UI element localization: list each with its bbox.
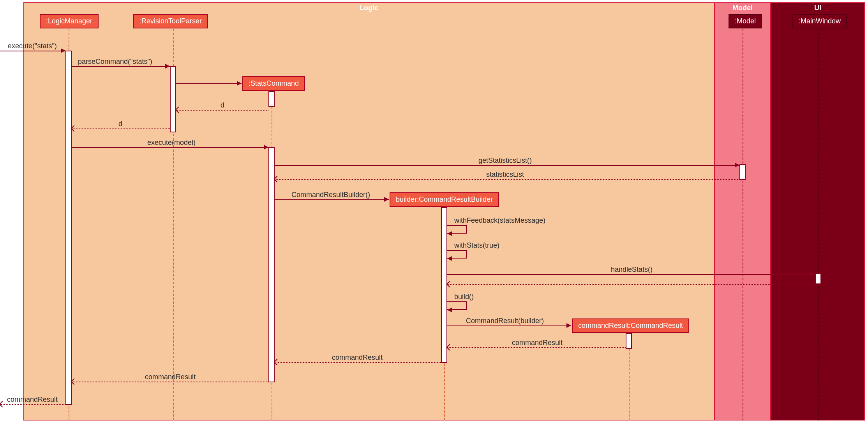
arrow-command-result-return	[447, 347, 626, 348]
label-with-feedback: withFeedback(statsMessage)	[454, 216, 545, 225]
arrow-create-stats-command	[176, 83, 242, 84]
frame-model-title: Model	[715, 4, 770, 12]
arrowhead-build	[447, 308, 452, 312]
arrow-d2	[72, 128, 170, 129]
arrowhead-with-stats	[447, 256, 452, 261]
label-command-result-return4: commandResult	[7, 396, 58, 404]
arrowhead-execute-stats	[61, 48, 65, 53]
arrowhead-execute-model	[264, 145, 268, 150]
activation-logic-manager	[65, 51, 72, 405]
label-build: build()	[454, 293, 474, 301]
frame-ui-title: Ui	[771, 4, 864, 12]
arrowhead-handle-stats	[810, 272, 815, 276]
arrow-command-result-return2	[275, 362, 441, 363]
label-command-result-call: CommandResult(builder)	[466, 317, 544, 325]
activation-revision-tool-parser	[170, 66, 176, 132]
participant-logic-manager: :LogicManager	[40, 14, 99, 28]
arrowhead-parse-command	[165, 64, 170, 69]
label-d1: d	[221, 101, 224, 109]
arrow-get-statistics-list	[275, 165, 739, 166]
label-handle-stats: handleStats()	[611, 266, 653, 274]
participant-command-result: commandResult:CommandResult	[572, 318, 689, 333]
label-d2: d	[118, 120, 122, 128]
participant-command-result-builder: builder:CommandResultBuilder	[390, 192, 499, 207]
arrowhead-command-result-call	[566, 323, 571, 328]
activation-main-window	[815, 273, 821, 284]
label-execute-stats: execute("stats")	[8, 42, 57, 50]
frame-ui: Ui	[771, 2, 865, 420]
activation-model	[739, 164, 746, 180]
arrow-command-result-return3	[72, 382, 268, 382]
arrow-execute-model	[72, 147, 268, 148]
arrowhead-command-result-builder	[384, 197, 389, 202]
arrow-execute-stats	[0, 51, 65, 51]
label-execute-model: execute(model)	[147, 139, 196, 147]
arrow-statistics-list	[275, 179, 739, 180]
arrowhead-create-stats-command	[237, 81, 242, 86]
label-command-result-builder: CommandResultBuilder()	[291, 191, 370, 199]
lifeline-model	[743, 29, 743, 420]
label-statistics-list: statisticsList	[486, 171, 524, 179]
activation-command-result	[626, 333, 632, 349]
frame-logic-title: Logic	[24, 4, 714, 12]
participant-main-window: :MainWindow	[792, 14, 847, 28]
arrowhead-with-feedback	[447, 231, 452, 236]
arrow-command-result-return4	[0, 404, 65, 405]
participant-model: :Model	[729, 14, 762, 28]
arrowhead-command-result-return4	[0, 401, 5, 408]
lifeline-main-window	[818, 29, 819, 420]
arrow-handle-stats	[447, 274, 815, 275]
participant-revision-tool-parser: :RevisionToolParser	[133, 14, 208, 28]
activation-command-result-builder	[441, 207, 447, 363]
label-get-statistics-list: getStatisticsList()	[478, 157, 532, 165]
activation-stats-command-1	[268, 91, 275, 107]
label-command-result-return: commandResult	[512, 339, 563, 347]
label-command-result-return3: commandResult	[145, 373, 196, 381]
arrowhead-get-statistics-list	[735, 163, 739, 167]
participant-stats-command: :StatsCommand	[242, 76, 305, 91]
arrow-command-result-builder	[275, 199, 389, 200]
arrow-command-result-call	[447, 325, 571, 326]
activation-stats-command-2	[268, 147, 275, 382]
label-with-stats: withStats(true)	[454, 241, 499, 250]
label-parse-command: parseCommand("stats")	[78, 58, 152, 66]
label-command-result-return2: commandResult	[332, 354, 383, 362]
arrow-d1	[176, 110, 268, 111]
arrow-handle-stats-return	[447, 284, 815, 285]
arrow-parse-command	[72, 66, 170, 67]
